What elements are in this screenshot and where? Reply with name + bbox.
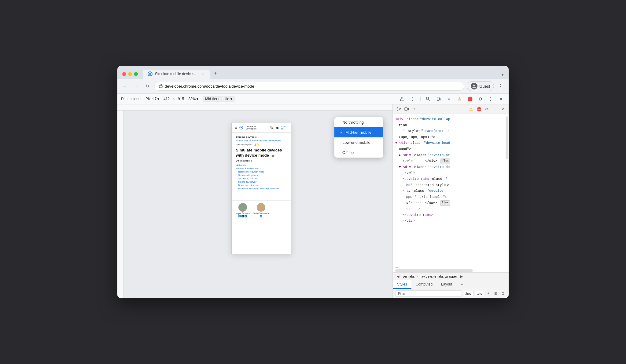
authors-section: Kayce Basques 𝕏 G in Sofia Emelianova G — [232, 200, 291, 220]
add-style-rule-button[interactable]: + — [485, 290, 492, 297]
device-toggle-button[interactable] — [435, 95, 443, 103]
more-options-button[interactable]: ⋮ — [409, 95, 417, 103]
tab-more[interactable]: » — [456, 280, 467, 289]
cls-button[interactable]: .cls — [475, 291, 484, 296]
hov-button[interactable]: :hov — [463, 291, 474, 296]
warning-icon[interactable]: ⚠ — [455, 95, 463, 103]
toolbar-divider — [420, 96, 421, 101]
mobile-preview-area: ≡ Chrome for Developers 🔍 ◑ Sign in Chro… — [117, 104, 392, 298]
more-panels-button[interactable]: » — [411, 106, 418, 112]
new-tab-button[interactable]: + — [211, 69, 220, 78]
linkedin-icon[interactable]: in — [245, 215, 247, 217]
breadcrumb-left-arrow[interactable]: ◀ — [395, 274, 401, 279]
twitter-icon[interactable]: 𝕏 — [238, 215, 241, 217]
mobile-device-frame: ≡ Chrome for Developers 🔍 ◑ Sign in Chro… — [231, 123, 291, 254]
inspect-element-button[interactable] — [424, 95, 432, 103]
html-line-2: tion — [395, 122, 506, 129]
chevron-right-button[interactable]: » — [445, 95, 453, 103]
breadcrumb-right-arrow[interactable]: ▶ — [459, 274, 464, 279]
maximize-window-button[interactable] — [134, 72, 138, 76]
html-line-9: ▼ <div class= "devsite-do — [395, 164, 506, 170]
element-state-button[interactable]: ⊟ — [493, 290, 499, 297]
styles-filter-bar: :hov .cls + ⊟ ⊡ — [393, 289, 509, 298]
new-style-rule-button[interactable]: ⊡ — [500, 290, 506, 297]
forward-button[interactable]: → — [132, 82, 141, 90]
back-button[interactable]: ← — [121, 82, 130, 90]
close-window-button[interactable] — [122, 72, 126, 76]
breadcrumb-nav-devsite[interactable]: nav.devsite-tabs-wrapper — [418, 274, 458, 279]
throttle-option-no-throttling[interactable]: No throttling — [334, 117, 383, 127]
html-line-13: <nav class= "devsite- — [395, 188, 506, 194]
svg-point-8 — [241, 127, 242, 128]
panel-more-button[interactable]: ⋮ — [492, 106, 498, 112]
html-line-12: bs" connected style > — [395, 182, 506, 188]
toc-item-device-type[interactable]: Set the device type — [236, 180, 286, 184]
refresh-button[interactable]: ↻ — [143, 82, 152, 90]
author-sofia-name: Sofia Emelianova — [253, 212, 269, 214]
site-logo-text: Chrome for Developers — [246, 126, 265, 130]
device-name: Pixel 7 — [145, 97, 156, 101]
throttle-option-offline[interactable]: Offline — [334, 147, 383, 158]
panel-close-button[interactable]: × — [499, 106, 506, 112]
browser-menu-button[interactable]: ⋮ — [496, 82, 505, 90]
device-height[interactable]: 915 — [178, 97, 184, 101]
author-sofia: Sofia Emelianova G — [253, 203, 269, 217]
device-width[interactable]: 412 — [164, 97, 170, 101]
zoom-selector[interactable]: 33% ▾ — [186, 96, 200, 102]
tab-computed[interactable]: Computed — [411, 280, 437, 289]
dimension-cross: × — [173, 97, 175, 101]
profile-button[interactable]: Guest — [467, 81, 494, 91]
helpful-text: Was this helpful? 👍 ✏️ — [236, 144, 286, 146]
device-selector[interactable]: Pixel 7 ▾ — [144, 96, 161, 102]
devtools-close-button[interactable]: × — [497, 95, 505, 103]
minimize-window-button[interactable] — [128, 72, 132, 76]
toc-item-media[interactable]: Show media queries — [236, 173, 286, 177]
tab-close-button[interactable]: × — [200, 71, 205, 76]
filter-input[interactable] — [395, 290, 462, 297]
horizontal-scrollbar[interactable] — [395, 269, 473, 272]
nav-bar: ← → ↻ developer.chrome.com/docs/devtools… — [117, 79, 509, 93]
panel-error-icon[interactable]: ⛔ — [476, 106, 482, 112]
toc-item-device-mode[interactable]: Device-specific mode — [236, 184, 286, 187]
content-area: ≡ Chrome for Developers 🔍 ◑ Sign in Chro… — [117, 104, 509, 298]
site-theme-icon[interactable]: ◑ — [276, 126, 279, 129]
no-touch-icon[interactable] — [398, 95, 406, 103]
tab-styles[interactable]: Styles — [393, 280, 411, 289]
panel-settings-button[interactable]: ⚙ — [484, 106, 490, 112]
svg-rect-5 — [437, 97, 439, 100]
inspect-button[interactable] — [395, 106, 402, 112]
settings-button[interactable]: ⚙ — [476, 95, 484, 103]
site-search-icon[interactable]: 🔍 — [270, 126, 274, 129]
title-bar: Simulate mobile devices with × + ▾ — [117, 66, 509, 79]
throttle-option-mid-tier[interactable]: ✓ Mid-tier mobile — [334, 127, 383, 137]
tab-bar: Simulate mobile devices with × + ▾ — [143, 69, 504, 79]
tab-layout[interactable]: Layout — [437, 280, 456, 289]
html-scrollbar-track[interactable] — [506, 116, 508, 159]
panel-warning-icon[interactable]: ⚠ — [468, 106, 474, 112]
toc-item-responsive[interactable]: Responsive Viewport Mode — [236, 170, 286, 173]
toc-item-limitations[interactable]: Limitations — [236, 163, 286, 167]
breadcrumb-ver-tabs[interactable]: ver-tabs — [401, 274, 416, 279]
element-breadcrumb: ◀ ver-tabs › nav.devsite-tabs-wrapper ▶ — [393, 272, 509, 280]
devtools-more-button[interactable]: ⋮ — [487, 95, 495, 103]
toc-item-simulate[interactable]: Simulate a mobile viewport — [236, 167, 286, 170]
traffic-lights — [122, 72, 138, 76]
chrome-devtools-title: Chrome DevTools — [236, 136, 286, 138]
html-line-18: </div> — [395, 218, 506, 224]
html-line-16: <!----> — [395, 206, 506, 212]
throttle-option-low-end[interactable]: Low-end mobile — [334, 137, 383, 147]
site-signin-button[interactable]: Sign in — [281, 126, 287, 130]
address-bar[interactable]: developer.chrome.com/docs/devtools/devic… — [154, 82, 464, 91]
github-icon[interactable]: G — [241, 215, 244, 217]
device-mode-button[interactable] — [403, 106, 410, 112]
sofia-github-icon[interactable]: G — [260, 215, 262, 217]
toc-item-pixel[interactable]: Set device pixel ratio — [236, 177, 286, 180]
zoom-dropdown-icon: ▾ — [197, 97, 198, 101]
html-line-7: ▶ <div class= "devsite-pr — [395, 152, 506, 158]
html-more-dots: ... — [393, 264, 509, 269]
toc-item-rotate[interactable]: Rotate the viewport to landscape orienta… — [236, 187, 286, 190]
throttle-selector[interactable]: Mid-tier mobile ▾ — [203, 96, 235, 102]
browser-tab[interactable]: Simulate mobile devices with × — [143, 70, 210, 79]
tab-dropdown-button[interactable]: ▾ — [502, 72, 504, 77]
error-icon[interactable]: ⛔ — [466, 95, 474, 103]
